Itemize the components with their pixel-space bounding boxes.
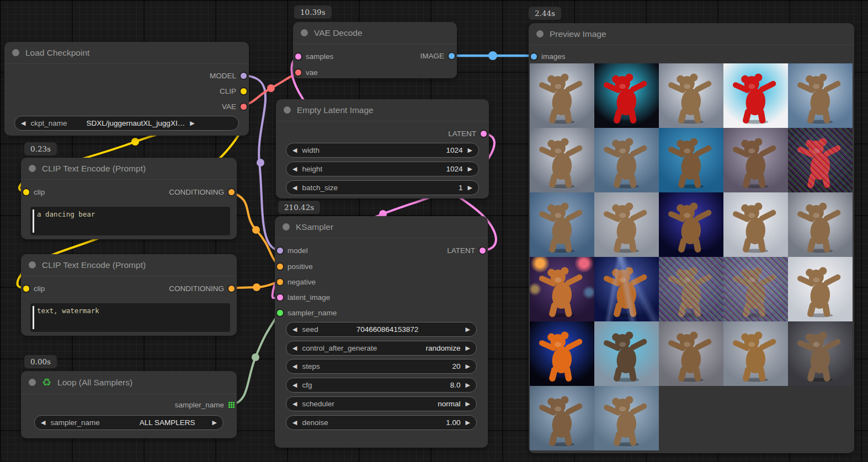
denoise-widget[interactable]: ◀denoise1.00▶ (286, 415, 477, 430)
preview-image-cell[interactable] (594, 386, 659, 450)
input-slot-images[interactable]: images (531, 51, 566, 62)
preview-image-cell[interactable] (723, 257, 788, 321)
output-slot-image[interactable]: IMAGE (420, 50, 455, 61)
input-slot-clip[interactable]: clip (23, 283, 45, 294)
node-clip-text-encode-positive[interactable]: CLIP Text Encode (Prompt) clip CONDITION… (21, 158, 237, 239)
wire-model-midpoint-dot[interactable] (257, 159, 264, 166)
input-slot-samples[interactable]: samples (295, 51, 333, 62)
output-slot-clip[interactable]: CLIP (220, 85, 247, 96)
preview-image-cell[interactable] (788, 321, 853, 386)
conditioning-slot-icon[interactable] (228, 189, 235, 195)
input-slot-model[interactable]: model (277, 245, 308, 256)
image-slot-icon[interactable] (449, 53, 455, 59)
wire-sampler-name-midpoint-dot[interactable] (252, 353, 259, 361)
preview-image-cell[interactable] (788, 63, 853, 128)
collapse-dot-icon[interactable] (284, 106, 291, 114)
preview-image-cell[interactable] (530, 257, 594, 321)
ckpt-name-widget[interactable]: ◀ ckpt_name SDXL/juggernautXL_juggXI… ▶ (14, 116, 239, 131)
next-arrow-icon[interactable]: ▶ (212, 419, 217, 426)
width-widget[interactable]: ◀width1024▶ (286, 143, 479, 158)
latent-slot-icon[interactable] (481, 131, 487, 137)
preview-image-cell[interactable] (788, 192, 853, 257)
latent-slot-icon[interactable] (295, 53, 301, 60)
next-arrow-icon[interactable]: ▶ (468, 147, 472, 154)
preview-image-cell[interactable] (530, 128, 594, 192)
image-slot-icon[interactable] (531, 53, 537, 60)
output-slot-model[interactable]: MODEL (210, 70, 247, 81)
next-arrow-icon[interactable]: ▶ (190, 120, 194, 127)
prev-arrow-icon[interactable]: ◀ (292, 382, 297, 389)
collapse-dot-icon[interactable] (29, 379, 36, 386)
node-empty-latent-image[interactable]: Empty Latent Image LATENT ◀width1024▶ ◀h… (276, 99, 489, 198)
preview-image-cell[interactable] (659, 128, 723, 192)
prev-arrow-icon[interactable]: ◀ (41, 419, 45, 426)
model-slot-icon[interactable] (241, 73, 247, 79)
input-slot-vae[interactable]: vae (295, 67, 318, 78)
latent-slot-icon[interactable] (277, 294, 283, 300)
input-slot-clip[interactable]: clip (23, 186, 45, 197)
prev-arrow-icon[interactable]: ◀ (292, 400, 297, 407)
clip-slot-icon[interactable] (23, 286, 29, 292)
preview-image-cell[interactable] (594, 63, 659, 128)
prev-arrow-icon[interactable]: ◀ (21, 120, 25, 127)
output-slot-conditioning[interactable]: CONDITIONING (169, 283, 235, 294)
node-loop-all-samplers[interactable]: ♻Loop (All Samplers) sampler_name ◀sampl… (21, 371, 237, 438)
batch-size-widget[interactable]: ◀batch_size1▶ (286, 180, 479, 195)
wire-clip-positive-midpoint-dot[interactable] (131, 138, 139, 146)
node-preview-image[interactable]: Preview Image images (529, 23, 854, 453)
next-arrow-icon[interactable]: ▶ (466, 382, 470, 389)
preview-image-cell[interactable] (530, 321, 594, 386)
control-after-generate-widget[interactable]: ◀control_after_generaterandomize▶ (286, 341, 477, 356)
latent-slot-icon[interactable] (480, 248, 486, 254)
wire-vae-midpoint-dot[interactable] (267, 84, 275, 92)
preview-image-cell[interactable] (594, 321, 659, 386)
node-clip-text-encode-negative[interactable]: CLIP Text Encode (Prompt) clip CONDITION… (21, 254, 237, 336)
preview-image-cell[interactable] (788, 128, 853, 192)
wire-cond-negative-midpoint-dot[interactable] (253, 283, 260, 291)
output-slot-sampler-name[interactable]: sampler_name (175, 399, 235, 410)
preview-image-cell[interactable] (659, 192, 723, 257)
output-slot-latent[interactable]: LATENT (447, 245, 486, 256)
wire-cond-positive-midpoint-dot[interactable] (252, 226, 260, 234)
input-slot-sampler-name[interactable]: sampler_name (277, 307, 337, 318)
node-vae-decode[interactable]: VAE Decode samples vae IMAGE (293, 22, 457, 78)
conditioning-slot-icon[interactable] (277, 279, 283, 285)
next-arrow-icon[interactable]: ▶ (466, 419, 470, 426)
sampler-slot-icon[interactable] (277, 310, 283, 316)
collapse-dot-icon[interactable] (12, 49, 19, 56)
prompt-text-input[interactable]: text, watermark (30, 303, 230, 332)
prev-arrow-icon[interactable]: ◀ (292, 184, 297, 191)
prompt-text-input[interactable]: a dancing bear (30, 207, 230, 235)
steps-widget[interactable]: ◀steps20▶ (286, 359, 477, 374)
model-slot-icon[interactable] (277, 248, 283, 254)
list-output-grid-icon[interactable] (228, 402, 235, 408)
next-arrow-icon[interactable]: ▶ (466, 400, 470, 407)
seed-widget[interactable]: ◀seed704660864153872▶ (286, 322, 477, 337)
prev-arrow-icon[interactable]: ◀ (292, 419, 297, 426)
node-load-checkpoint[interactable]: Load Checkpoint MODEL CLIP VAE ◀ ckpt_na… (4, 42, 249, 136)
collapse-dot-icon[interactable] (283, 223, 290, 230)
preview-image-cell[interactable] (530, 192, 594, 257)
preview-image-cell[interactable] (659, 257, 723, 321)
preview-image-cell[interactable] (788, 257, 853, 321)
next-arrow-icon[interactable]: ▶ (468, 184, 472, 191)
height-widget[interactable]: ◀height1024▶ (286, 162, 479, 176)
node-ksampler[interactable]: KSampler model positive negative latent_… (275, 216, 488, 448)
clip-slot-icon[interactable] (23, 189, 29, 195)
collapse-dot-icon[interactable] (29, 261, 36, 268)
preview-image-cell[interactable] (530, 386, 594, 450)
input-slot-negative[interactable]: negative (277, 276, 316, 287)
prev-arrow-icon[interactable]: ◀ (292, 363, 297, 370)
cfg-widget[interactable]: ◀cfg8.0▶ (286, 378, 477, 393)
next-arrow-icon[interactable]: ▶ (468, 165, 472, 173)
collapse-dot-icon[interactable] (536, 30, 544, 37)
output-slot-latent[interactable]: LATENT (448, 128, 487, 139)
conditioning-slot-icon[interactable] (277, 264, 283, 270)
next-arrow-icon[interactable]: ▶ (466, 363, 470, 370)
preview-image-cell[interactable] (723, 192, 788, 257)
output-slot-conditioning[interactable]: CONDITIONING (169, 186, 235, 197)
preview-image-cell[interactable] (659, 63, 723, 128)
input-slot-latent-image[interactable]: latent_image (277, 292, 330, 303)
preview-image-cell[interactable] (530, 63, 594, 128)
preview-image-cell[interactable] (723, 321, 788, 386)
